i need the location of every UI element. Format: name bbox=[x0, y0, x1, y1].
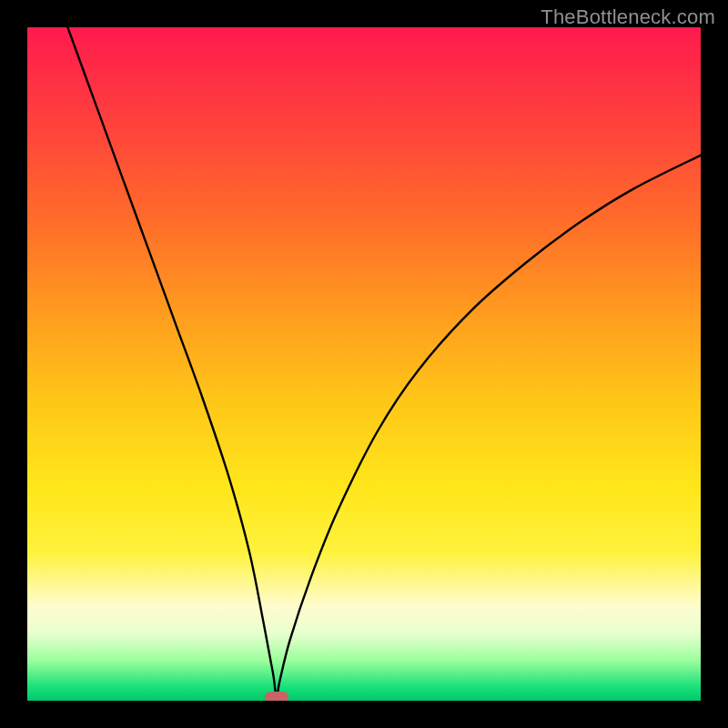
minimum-marker bbox=[265, 692, 288, 701]
chart-frame: TheBottleneck.com bbox=[0, 0, 728, 728]
watermark-text: TheBottleneck.com bbox=[541, 5, 715, 29]
bottleneck-curve bbox=[27, 27, 701, 701]
plot-area bbox=[27, 27, 701, 701]
